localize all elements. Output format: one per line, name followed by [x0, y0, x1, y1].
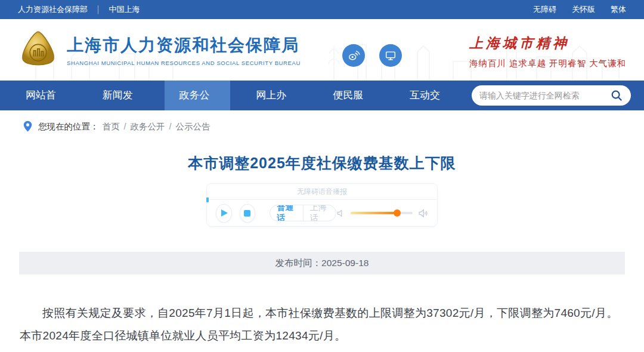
progress-marker[interactable]	[206, 197, 209, 202]
nav-item-interaction[interactable]: 互动交流	[395, 81, 461, 110]
nav-item-online-services[interactable]: 网上办事	[241, 81, 307, 110]
article-title: 本市调整2025年度社保缴费基数上下限	[0, 153, 644, 173]
social-icon-group	[342, 44, 402, 67]
topbar-link-mohrss[interactable]: 人力资源社会保障部	[18, 4, 88, 15]
site-search	[472, 85, 631, 106]
search-input[interactable]	[479, 91, 610, 100]
volume-high-icon[interactable]	[418, 208, 428, 218]
volume-handle[interactable]	[394, 209, 401, 217]
volume-fill	[351, 212, 397, 214]
play-icon	[221, 209, 228, 217]
audio-controls: 普通话 上海话	[207, 200, 437, 226]
location-pin-icon	[23, 121, 33, 132]
lang-mandarin-button[interactable]: 普通话	[270, 205, 302, 221]
audio-player: 无障碍语音播报 普通话 上海话	[206, 183, 438, 227]
audio-player-label: 无障碍语音播报	[207, 184, 437, 200]
breadcrumb-separator: /	[169, 122, 172, 131]
stop-button[interactable]	[240, 204, 256, 223]
topbar-link-accessibility[interactable]: 无障碍	[533, 4, 556, 15]
topbar-divider: │	[96, 5, 101, 14]
lang-shanghainese-button[interactable]: 上海话	[303, 205, 336, 221]
nav-item-gov-info[interactable]: 政务公开	[165, 81, 231, 110]
org-title-block: 上海市人力资源和社会保障局 SHANGHAI MUNICIPAL HUMAN R…	[67, 34, 301, 66]
breadcrumb-separator: /	[124, 122, 126, 131]
breadcrumb-prefix: 您现在的位置：	[38, 121, 99, 132]
topbar-link-care-version[interactable]: 关怀版	[572, 4, 595, 15]
language-toggle: 普通话 上海话	[270, 205, 336, 221]
topbar: 人力资源社会保障部 │ 中国上海 无障碍 关怀版 繁体	[0, 0, 644, 19]
publish-date-bar: 发布时间： 2025-09-18	[19, 252, 625, 274]
bureau-logo	[18, 30, 58, 70]
org-name-english: SHANGHAI MUNICIPAL HUMAN RESOURCES AND S…	[67, 60, 301, 66]
nav-item-public-services[interactable]: 便民服务	[318, 81, 384, 110]
breadcrumb-home[interactable]: 首页	[103, 121, 120, 132]
topbar-right: 无障碍 关怀版 繁体	[533, 4, 626, 15]
breadcrumb-announcements[interactable]: 公示公告	[176, 121, 210, 132]
breadcrumb: 您现在的位置： 首页 / 政务公开 / 公示公告	[0, 110, 644, 141]
search-icon[interactable]	[610, 89, 623, 102]
stop-icon	[244, 210, 250, 217]
city-spirit-title: 上海城市精神	[469, 34, 626, 53]
publish-date-value: 2025-09-18	[321, 258, 369, 268]
city-spirit-motto: 海纳百川 追求卓越 开明睿智 大气谦和	[469, 58, 626, 69]
city-spirit-block: 上海城市精神 海纳百川 追求卓越 开明睿智 大气谦和	[469, 34, 626, 69]
publish-date-label: 发布时间：	[275, 257, 322, 270]
topbar-link-china-shanghai[interactable]: 中国上海	[109, 4, 140, 15]
volume-control	[336, 208, 428, 218]
nav-item-news[interactable]: 新闻发布	[88, 81, 154, 110]
org-name: 上海市人力资源和社会保障局	[67, 34, 301, 57]
monitor-icon[interactable]	[379, 44, 402, 67]
topbar-left: 人力资源社会保障部 │ 中国上海	[18, 4, 140, 15]
volume-low-icon[interactable]	[336, 209, 345, 218]
nav-item-home[interactable]: 网站首页	[11, 81, 77, 110]
article-body: 按照有关规定及要求，自2025年7月1日起，本市社保缴费基数的上限调整为3730…	[20, 302, 624, 347]
main-nav: 网站首页 新闻发布 政务公开 网上办事 便民服务 互动交流	[0, 81, 644, 110]
breadcrumb-gov-info[interactable]: 政务公开	[131, 121, 165, 132]
volume-slider[interactable]	[351, 212, 413, 214]
play-button[interactable]	[216, 204, 232, 223]
weibo-icon[interactable]	[342, 44, 365, 67]
topbar-link-traditional-chinese[interactable]: 繁体	[611, 4, 626, 15]
site-header: 上海市人力资源和社会保障局 SHANGHAI MUNICIPAL HUMAN R…	[0, 19, 644, 81]
